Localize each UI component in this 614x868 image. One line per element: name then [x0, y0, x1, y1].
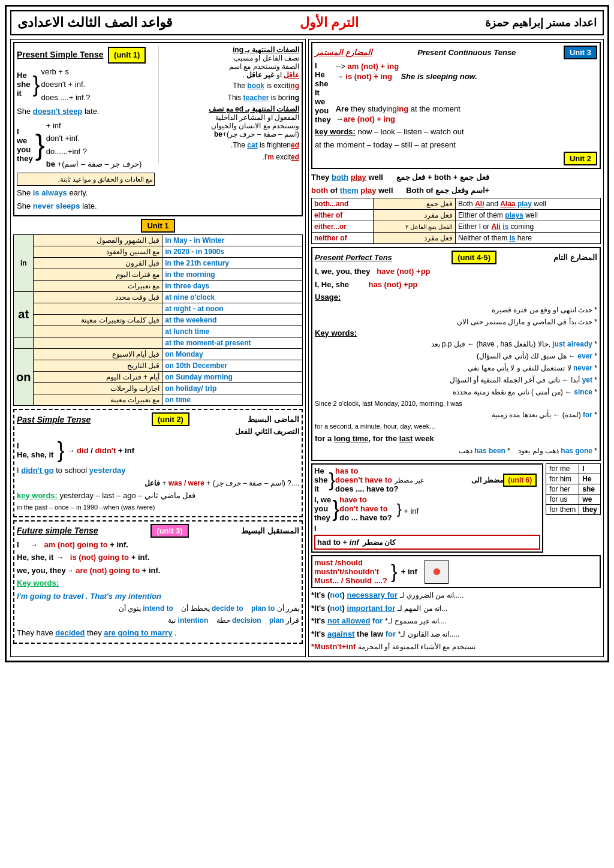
unit2-badge-row: Unit 2 — [315, 152, 597, 165]
ar-adj-ing-ex2: This teacher is boring — [161, 92, 299, 103]
pc-pr-he: He — [315, 70, 331, 79]
rule-inf: + inf — [46, 120, 142, 132]
past-pr-he: He, she, it — [17, 450, 53, 459]
rule-does: does ....+ inf.? — [41, 92, 90, 104]
pp-en-title: Present Perfect Tens — [315, 253, 392, 262]
at-ar-5 — [34, 337, 162, 349]
pp-kw5b: Since 2 o'clock, last Monday, 2010, morn… — [315, 399, 597, 409]
pp-kw4: * yet أبدا ← تاتي في آخر الجملة المنفية … — [315, 375, 597, 385]
at-en-1: at nine o'clock — [162, 292, 303, 303]
must-rows: must /should mustn't/shouldn't Must... /… — [314, 558, 598, 585]
pc-pr-it: It — [315, 88, 331, 97]
must-3: Must... / Should ....? — [314, 576, 387, 585]
pronoun-he: He — [17, 71, 30, 80]
at-ar-4 — [34, 326, 162, 337]
hasto-we-group: I, we you they } have to don't have to d… — [314, 495, 540, 522]
pr-they: they — [579, 505, 601, 515]
example-doesnt-sleep: She doesn't sleep late. — [17, 106, 155, 117]
must-brace: } — [391, 560, 398, 583]
ben-key-2: either of — [312, 210, 374, 221]
pc-rule-he: → is (not) + ing She is sleeping now. — [336, 72, 477, 81]
it-sentences-block: *It's (not) necessary for انه من الضروري… — [311, 589, 601, 653]
at-ar-3: قبل كلمات وتعبيرات معينة — [34, 315, 162, 326]
pp-row2: I, He, she has (not) +pp — [315, 279, 597, 291]
ben-ex-3: Either I or Ali is coming — [456, 221, 601, 233]
left-column: Present Simple Tense (unit 1) He she it … — [10, 39, 306, 657]
it-sent-2: *It's (not) important for انه من المهم ل… — [311, 602, 601, 614]
pr-she: she — [579, 484, 601, 495]
rule-verb-s: verb + s — [41, 66, 90, 78]
on-ar-3: أيام + فترات اليوم — [34, 372, 162, 383]
pp-kw6b: for a second, a minute, hour, day, week… — [315, 421, 597, 432]
unit2-badge: Unit 2 — [564, 152, 597, 165]
header-right-title: قواعد الصف الثالث الاعدادى — [17, 15, 173, 31]
past-example1: I didn't go to school yesterday — [17, 465, 299, 477]
in-en-4: in the morning — [162, 269, 303, 281]
in-en-1: in May - in Winter — [162, 235, 303, 246]
at-en-2: at night - at noon — [162, 303, 303, 315]
pp-kw5: * since ← (من أمتى ) تاتي مع نقطة زمنية … — [315, 387, 597, 397]
at-en-3: at the weekend — [162, 315, 303, 326]
in-en-5: in three days — [162, 281, 303, 292]
rule-doesnt: doesn't + inf. — [41, 79, 90, 91]
for-table-wrapper: for me I for him He for her she — [546, 463, 601, 553]
on-en-4: on holiday/ trip — [162, 383, 303, 394]
past-simple-unit: (unit 2) — [152, 412, 189, 426]
hasto-pr-i: I — [314, 524, 317, 533]
at-ar-2 — [34, 303, 162, 315]
for-us: for us — [546, 495, 579, 505]
at-ar-1: قبل وقت محدد — [34, 292, 162, 303]
ben-key-4: neither of — [312, 233, 374, 244]
in-ar-4: مع فترات اليوم — [34, 269, 162, 281]
past-rule2: ....? (اسم – صفة – حرف جر) + was / were … — [17, 478, 299, 489]
page: قواعد الصف الثالث الاعدادى الترم الأول ا… — [5, 5, 609, 662]
hasto-has-to: has to — [335, 466, 424, 475]
hasto-unit6-row: مضطر الى (unit 6) — [471, 474, 537, 487]
pp-row1: I, we, you, they have (not) +pp — [315, 266, 597, 278]
pc-ar-title: المضارع المستمر — [315, 48, 372, 57]
ar-adj-ed-ex1: The cat is frightened. — [161, 140, 299, 150]
had-to-ar: كان مضطر — [363, 538, 396, 547]
ben-key-3: either...or — [312, 221, 374, 233]
future-title: Future simple Tense — [17, 526, 98, 535]
prepositions-table: in قبل الشهور والفصول in May - in Winter… — [13, 234, 303, 406]
for-him: for him — [546, 474, 579, 484]
pc-rule-we: Are they studyinging at the moment — [336, 104, 477, 113]
must-should-block: must /should mustn't/shouldn't Must... /… — [311, 555, 601, 588]
header: قواعد الصف الثالث الاعدادى الترم الأول ا… — [10, 10, 604, 35]
pronoun-it: it — [17, 89, 30, 98]
must-1: must /should — [314, 558, 387, 567]
on-ar-4: اجازات والرحلات — [34, 383, 162, 394]
both-title1: They both play well فعل جمع + both + فعل… — [311, 171, 601, 183]
hasto-i-row: I — [314, 524, 540, 533]
ben-ar-4: فعل مفرد — [373, 233, 455, 244]
hasto-ar-title: مضطر الى — [471, 476, 503, 484]
for-me: for me — [546, 464, 579, 474]
hasto-title-row: He she it } has to doesn't have to غير م… — [314, 466, 540, 493]
had-to-row: had to + inf كان مضطر — [314, 535, 540, 550]
it-sent-4: *It's against the law for *انه ضد القانو… — [311, 628, 601, 640]
example-never: She never sleeps late. — [17, 200, 155, 212]
for-table: for me I for him He for her she — [546, 463, 601, 515]
ar-adj-ed-desc1: المفعول او المشاعر الداخلية — [161, 113, 299, 122]
pp-kw6c: for a long time, for the last week — [315, 433, 597, 445]
pc-pr-i: I — [315, 61, 331, 70]
past-keywords2: in the past – once – in 1990 –when (was … — [17, 502, 299, 513]
hasto-pr-she: she — [314, 475, 327, 484]
in-ar-2: مع السنين والعقود — [34, 246, 162, 258]
hasto-have-to: have to — [339, 495, 392, 504]
past-pr-i: I — [17, 441, 53, 450]
present-simple-title: Present Simple Tense — [17, 50, 103, 59]
right-column: المضارع المستمر Present Continuous Tense… — [308, 39, 604, 657]
ar-adj-ing-title: الصفات المنتهية بـ ing — [161, 46, 299, 54]
brace2: } — [35, 131, 45, 159]
must-picture: 🛑 — [425, 560, 449, 584]
pronoun-she: she — [17, 80, 30, 89]
it-sent-3: *It's not allowed for *انه غير مسموح لـ.… — [311, 615, 601, 627]
in-ar-5: مع تعبيرات — [34, 281, 162, 292]
hasto-he-group: He she it } has to doesn't have to غير م… — [314, 466, 424, 493]
ben-ex-1: Both Ali and Alaa play well — [456, 198, 601, 210]
pc-en-title: Present Continuous Tense — [417, 48, 516, 57]
in-en-2: in 2020 - in 1900s — [162, 246, 303, 258]
hasto-doesnt: doesn't have to غير مضطر — [335, 475, 424, 484]
